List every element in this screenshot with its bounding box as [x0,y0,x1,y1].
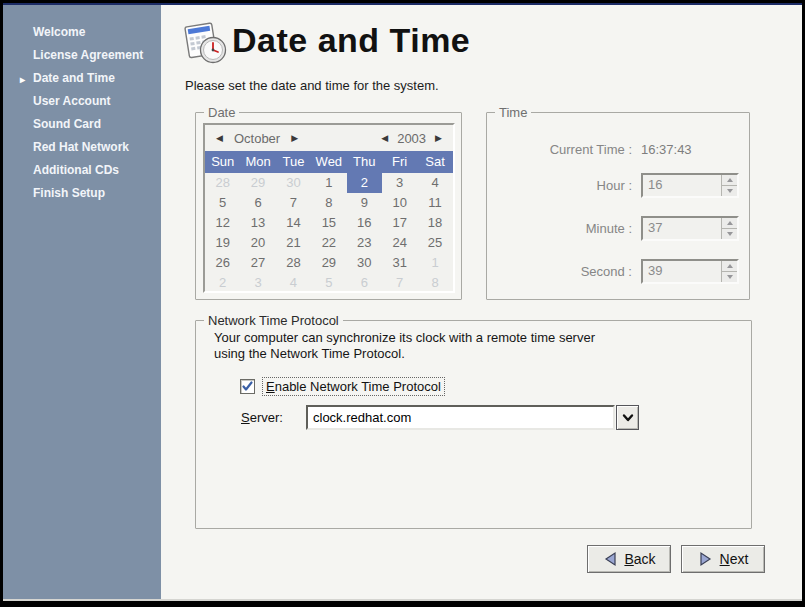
checkmark-icon [242,381,253,392]
minute-spin-down-icon[interactable] [722,228,737,239]
prev-month-arrow-icon[interactable]: ◀ [213,131,226,145]
chevron-down-icon [621,412,635,424]
calendar-day[interactable]: 23 [347,233,382,253]
server-combo-dropdown-button[interactable] [616,405,639,430]
enable-ntp-checkbox[interactable] [240,379,255,394]
calendar-day[interactable]: 22 [311,233,346,253]
prev-year-arrow-icon[interactable]: ◀ [378,131,391,145]
calendar-day[interactable]: 27 [240,253,275,273]
wizard-step-sidebar: ▸Welcome▸License Agreement▸Date and Time… [3,5,161,599]
calendar-day[interactable]: 4 [417,173,452,193]
calendar-day[interactable]: 3 [382,173,417,193]
calendar-day[interactable]: 29 [311,253,346,273]
second-spin-down-icon[interactable] [722,271,737,282]
hour-row: Hour : 16 [487,173,739,198]
calendar-clock-icon [182,20,230,68]
next-year-arrow-icon[interactable]: ▶ [432,131,445,145]
second-row: Second : 39 [487,259,739,284]
calendar-day[interactable]: 30 [276,173,311,193]
day-header-wed: Wed [311,151,346,173]
back-arrow-icon [602,550,618,568]
calendar-day[interactable]: 7 [382,273,417,293]
minute-label: Minute : [487,221,641,236]
calendar-day[interactable]: 8 [311,193,346,213]
sidebar-item-label: Finish Setup [33,186,105,200]
calendar-day[interactable]: 31 [382,253,417,273]
calendar-day[interactable]: 16 [347,213,382,233]
calendar-day[interactable]: 14 [276,213,311,233]
minute-spin-buttons [721,218,737,239]
calendar-day[interactable]: 4 [276,273,311,293]
calendar-day[interactable]: 12 [205,213,240,233]
calendar-day[interactable]: 28 [276,253,311,273]
calendar-day[interactable]: 1 [311,173,346,193]
sidebar-item-welcome: ▸Welcome [3,21,161,44]
sidebar-item-red-hat-network: ▸Red Hat Network [3,136,161,159]
active-step-arrow-icon: ▸ [20,71,25,88]
hour-spin-up-icon[interactable] [722,175,737,185]
calendar-day[interactable]: 28 [205,173,240,193]
page-subtitle: Please set the date and time for the sys… [185,78,439,93]
calendar-day[interactable]: 20 [240,233,275,253]
calendar-day[interactable]: 18 [417,213,452,233]
calendar-month-label: October [234,131,280,146]
calendar-day[interactable]: 24 [382,233,417,253]
calendar-day[interactable]: 13 [240,213,275,233]
calendar-day[interactable]: 19 [205,233,240,253]
hour-spin-down-icon[interactable] [722,185,737,196]
calendar-day[interactable]: 10 [382,193,417,213]
ntp-description-line1: Your computer can synchronize its clock … [214,330,595,346]
current-time-row: Current Time : 16:37:43 [487,137,739,162]
calendar-day[interactable]: 17 [382,213,417,233]
calendar-day[interactable]: 5 [205,193,240,213]
hour-value: 16 [643,175,721,196]
next-button-label: Next [720,551,749,567]
sidebar-item-license-agreement: ▸License Agreement [3,44,161,67]
sidebar-item-date-and-time: ▸Date and Time [3,67,161,90]
calendar-day[interactable]: 9 [347,193,382,213]
calendar-day[interactable]: 26 [205,253,240,273]
calendar-widget: ◀ October ▶ ◀ 2003 ▶ SunMonTueWedThuFriS… [203,123,455,293]
calendar-grid: 2829301234567891011121314151617181920212… [205,173,453,293]
sidebar-item-label: Welcome [33,25,85,39]
minute-spin-up-icon[interactable] [722,218,737,228]
server-combo-entry[interactable]: clock.redhat.com [306,405,615,430]
calendar-day[interactable]: 6 [347,273,382,293]
calendar-day[interactable]: 30 [347,253,382,273]
next-month-arrow-icon[interactable]: ▶ [288,131,301,145]
calendar-day[interactable]: 25 [417,233,452,253]
back-button-label: Back [624,551,655,567]
ntp-description-line2: using the Network Time Protocol. [214,346,595,362]
calendar-day[interactable]: 5 [311,273,346,293]
sidebar-item-label: User Account [33,94,111,108]
calendar-day[interactable]: 21 [276,233,311,253]
calendar-day[interactable]: 2 [205,273,240,293]
calendar-day[interactable]: 29 [240,173,275,193]
minute-value: 37 [643,218,721,239]
second-spinner[interactable]: 39 [641,259,739,284]
sidebar-item-label: Red Hat Network [33,140,129,154]
sidebar-item-sound-card: ▸Sound Card [3,113,161,136]
calendar-day[interactable]: 11 [417,193,452,213]
current-time-value: 16:37:43 [641,142,739,157]
ntp-group-box: Network Time Protocol Your computer can … [195,320,752,529]
hour-spinner[interactable]: 16 [641,173,739,198]
calendar-day[interactable]: 3 [240,273,275,293]
calendar-day[interactable]: 8 [417,273,452,293]
day-header-mon: Mon [240,151,275,173]
ntp-group-label: Network Time Protocol [204,313,343,328]
minute-spinner[interactable]: 37 [641,216,739,241]
next-button[interactable]: Next [681,545,765,573]
calendar-day[interactable]: 7 [276,193,311,213]
calendar-header: ◀ October ▶ ◀ 2003 ▶ [205,125,453,151]
calendar-day[interactable]: 15 [311,213,346,233]
calendar-day-selected[interactable]: 2 [347,173,382,193]
server-combo: clock.redhat.com [306,405,639,430]
enable-ntp-label[interactable]: Enable Network Time Protocol [262,377,445,396]
enable-ntp-row: Enable Network Time Protocol [240,377,445,396]
calendar-day[interactable]: 1 [417,253,452,273]
calendar-day[interactable]: 6 [240,193,275,213]
second-spin-up-icon[interactable] [722,261,737,271]
second-label: Second : [487,264,641,279]
back-button[interactable]: Back [587,545,671,573]
